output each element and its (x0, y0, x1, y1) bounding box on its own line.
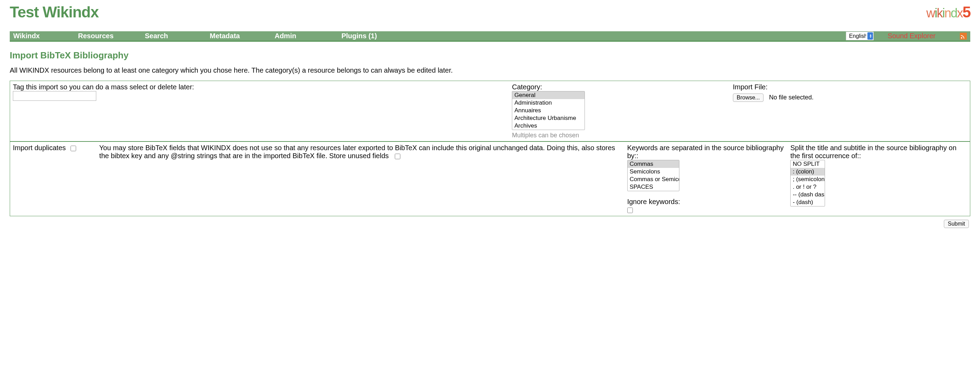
page-title: Import BibTeX Bibliography (10, 50, 970, 61)
logo-char: d (950, 6, 957, 20)
submit-button[interactable]: Submit (944, 220, 969, 228)
logo: wikindx5 (926, 3, 970, 21)
language-select[interactable]: English (846, 32, 873, 40)
import-file-label: Import File: (733, 83, 967, 91)
ignore-keywords-checkbox[interactable] (627, 207, 633, 213)
ignore-keywords-label: Ignore keywords: (627, 198, 785, 206)
split-label: Split the title and subtitle in the sour… (790, 144, 967, 160)
duplicates-label: Import duplicates (13, 144, 66, 151)
file-status: No file selected. (769, 94, 813, 101)
import-form: Tag this import so you can do a mass sel… (10, 81, 970, 216)
menu-resources[interactable]: Resources (50, 32, 124, 40)
menubar: Wikindx Resources Search Metadata Admin … (10, 31, 970, 42)
logo-char: n (944, 6, 950, 20)
keywords-label: Keywords are separated in the source bib… (627, 144, 785, 160)
keyword-separator-select[interactable]: CommasSemicolonsCommas or SemicolonsSPAC… (627, 160, 679, 191)
category-hint: Multiples can be chosen (512, 132, 727, 139)
logo-char: 5 (963, 3, 970, 21)
logo-char: k (937, 6, 942, 20)
category-select[interactable]: GeneralAdministrationAnnuairesArchitectu… (512, 91, 585, 130)
menu-plugins[interactable]: Plugins (1) (307, 32, 387, 40)
menu-search[interactable]: Search (124, 32, 179, 40)
browse-button[interactable]: Browse... (733, 94, 764, 102)
logo-char: x (957, 6, 963, 20)
menu-wikindx[interactable]: Wikindx (13, 32, 50, 40)
intro-text: All WIKINDX resources belong to at least… (10, 66, 970, 74)
menu-metadata[interactable]: Metadata (179, 32, 251, 40)
rss-icon[interactable] (960, 33, 967, 40)
split-select[interactable]: NO SPLIT: (colon); (semicolon). or ! or … (790, 160, 825, 207)
duplicates-checkbox[interactable] (70, 146, 76, 151)
tag-input[interactable] (13, 91, 96, 101)
store-unused-text: You may store BibTeX fields that WIKINDX… (99, 144, 616, 159)
store-unused-checkbox[interactable] (395, 154, 400, 159)
menu-admin[interactable]: Admin (250, 32, 307, 40)
sound-explorer-link[interactable]: Sound Explorer (888, 32, 935, 40)
logo-char: w (926, 6, 934, 20)
site-title: Test Wikindx (10, 3, 99, 21)
category-label: Category: (512, 83, 727, 91)
tag-label: Tag this import so you can do a mass sel… (13, 83, 506, 91)
